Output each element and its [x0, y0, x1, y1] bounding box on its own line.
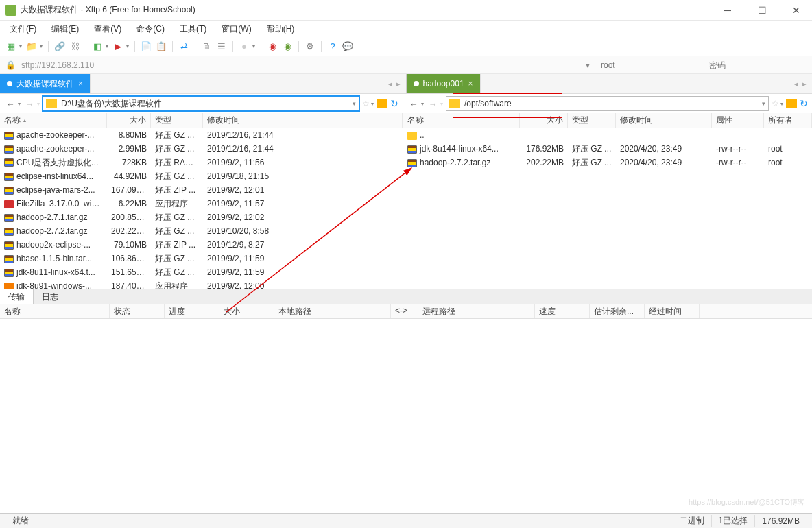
file-row[interactable]: hadoop-2.7.1.tar.gz 200.85MB 好压 GZ ... 2… — [0, 211, 403, 224]
file-row[interactable]: jdk-8u11-linux-x64.t... 151.65MB 好压 GZ .… — [0, 265, 403, 279]
unlink-icon[interactable]: ⛓ — [69, 41, 80, 52]
col-type[interactable]: 类型 — [568, 113, 616, 128]
address-dropdown-icon[interactable]: ▾ — [586, 60, 590, 70]
path-dropdown-icon[interactable]: ▾ — [762, 100, 765, 107]
refresh-icon[interactable]: ↻ — [390, 98, 398, 109]
tab-log[interactable]: 日志 — [34, 289, 67, 304]
col-name[interactable]: 名称 — [403, 113, 520, 128]
col-mtime[interactable]: 修改时间 — [616, 113, 712, 128]
app-icon — [5, 5, 16, 16]
tab-remote[interactable]: hadoop001 × — [407, 74, 481, 93]
transfer-col[interactable]: 估计剩余... — [590, 304, 645, 318]
file-row[interactable]: eclipse-java-mars-2... 167.09MB 好压 ZIP .… — [0, 183, 403, 197]
tab-close-icon[interactable]: × — [78, 79, 83, 88]
file-icon — [4, 255, 14, 263]
help-icon[interactable]: ? — [327, 41, 338, 52]
col-size[interactable]: 大小 — [520, 113, 568, 128]
file-icon — [4, 200, 14, 208]
file-row[interactable]: apache-zookeeper-... 8.80MB 好压 GZ ... 20… — [0, 128, 403, 142]
file-icon — [407, 145, 417, 154]
minimize-button[interactable]: ─ — [717, 5, 738, 16]
close-button[interactable]: ✕ — [786, 5, 807, 16]
col-attrs[interactable]: 属性 — [712, 113, 764, 128]
properties-icon[interactable]: ☰ — [216, 41, 227, 52]
menu-item[interactable]: 窗口(W) — [215, 22, 258, 36]
maximize-button[interactable]: ☐ — [752, 5, 772, 16]
tab-next-icon[interactable]: ▸ — [396, 80, 401, 88]
window-title: 大数据课程软件 - Xftp 6 (Free for Home/School) — [21, 4, 717, 16]
file-row[interactable]: FileZilla_3.17.0.0_win... 6.22MB 应用程序 20… — [0, 197, 403, 211]
bookmark-folder-icon[interactable] — [786, 99, 797, 108]
transfer-icon[interactable]: ⇄ — [178, 41, 189, 52]
file-row[interactable]: hadoop-2.7.2.tar.gz 202.22MB 好压 GZ ... 2… — [0, 224, 403, 238]
transfer-col[interactable]: 远程路径 — [418, 304, 535, 318]
updir-row[interactable]: .. — [403, 128, 812, 142]
transfer-col[interactable]: 进度 — [165, 304, 219, 318]
path-input-box[interactable]: D:\U盘备份\大数据课程软件 ▾ — [43, 96, 359, 111]
forward-button[interactable]: → — [23, 99, 36, 109]
tab-local[interactable]: 大数据课程软件 × — [0, 74, 91, 93]
path-input[interactable]: /opt/software — [464, 99, 762, 108]
col-size[interactable]: 大小 — [107, 113, 151, 128]
back-button[interactable]: ← — [407, 99, 420, 109]
transfer-col[interactable]: 本地路径 — [274, 304, 391, 318]
link-icon[interactable]: 🔗 — [54, 41, 65, 52]
red-dot-icon[interactable]: ◉ — [267, 41, 278, 52]
file-row[interactable]: hadoop2x-eclipse-... 79.10MB 好压 ZIP ... … — [0, 238, 403, 252]
menu-item[interactable]: 命令(C) — [130, 22, 171, 36]
menu-item[interactable]: 查看(V) — [87, 22, 128, 36]
file-row[interactable]: eclipse-inst-linux64... 44.92MB 好压 GZ ..… — [0, 169, 403, 183]
stop-icon[interactable]: ● — [239, 41, 250, 52]
bookmark-star-icon[interactable]: ☆ — [772, 99, 779, 108]
transfer-col[interactable]: 经过时间 — [645, 304, 700, 318]
file-row[interactable]: apache-zookeeper-... 2.99MB 好压 GZ ... 20… — [0, 142, 403, 156]
refresh-icon[interactable]: ↻ — [800, 98, 808, 109]
tab-next-icon[interactable]: ▸ — [802, 80, 807, 88]
menu-item[interactable]: 工具(T) — [173, 22, 213, 36]
bookmark-folder-icon[interactable] — [377, 99, 387, 108]
play-icon[interactable]: ▶ — [112, 41, 123, 52]
tab-close-icon[interactable]: × — [468, 79, 473, 88]
file-row[interactable]: CPU是否支持虚拟化... 728KB 好压 RAR ... 2019/9/2,… — [0, 156, 403, 169]
file-icon — [407, 159, 417, 167]
path-input-box[interactable]: /opt/software ▾ — [446, 96, 769, 111]
path-input[interactable]: D:\U盘备份\大数据课程软件 — [61, 98, 353, 110]
status-size: 176.92MB — [755, 516, 807, 526]
new-session-icon[interactable]: ▦ — [5, 41, 16, 52]
back-button[interactable]: ← — [4, 99, 16, 109]
col-name[interactable]: 名称▴ — [0, 113, 107, 128]
status-ready: 就绪 — [5, 515, 36, 527]
transfer-col[interactable]: 大小 — [219, 304, 274, 318]
paste-icon[interactable]: 📋 — [156, 41, 167, 52]
sidebar-toggle-icon[interactable]: ◧ — [92, 41, 103, 52]
copy-icon[interactable]: 📄 — [141, 41, 152, 52]
preview-icon[interactable]: 🗎 — [201, 41, 212, 52]
file-row[interactable]: hadoop-2.7.2.tar.gz 202.22MB 好压 GZ ... 2… — [403, 156, 812, 169]
folder-add-icon[interactable]: 📁 — [26, 41, 37, 52]
user-field[interactable] — [595, 59, 698, 71]
file-row[interactable]: jdk-8u144-linux-x64... 176.92MB 好压 GZ ..… — [403, 142, 812, 156]
col-mtime[interactable]: 修改时间 — [203, 113, 403, 128]
gear-icon[interactable]: ⚙ — [304, 41, 315, 52]
menu-item[interactable]: 帮助(H) — [260, 22, 302, 36]
menu-item[interactable]: 编辑(E) — [45, 22, 86, 36]
file-row[interactable]: jdk-8u91-windows-... 187.40MB 应用程序 2019/… — [0, 279, 403, 289]
chat-icon[interactable]: 💬 — [342, 41, 353, 52]
green-check-icon[interactable]: ◉ — [282, 41, 293, 52]
transfer-col[interactable]: 速度 — [535, 304, 590, 318]
tab-prev-icon[interactable]: ◂ — [388, 80, 392, 88]
transfer-col[interactable]: <-> — [391, 304, 418, 318]
tab-prev-icon[interactable]: ◂ — [794, 80, 798, 88]
menu-item[interactable]: 文件(F) — [3, 22, 43, 36]
path-dropdown-icon[interactable]: ▾ — [353, 100, 356, 107]
file-row[interactable]: hbase-1.1.5-bin.tar... 106.86MB 好压 GZ ..… — [0, 252, 403, 265]
tab-transfer[interactable]: 传输 — [0, 289, 34, 304]
transfer-col[interactable]: 名称 — [0, 304, 110, 318]
password-field[interactable] — [704, 59, 807, 71]
forward-button[interactable]: → — [427, 99, 439, 109]
address-url[interactable]: sftp://192.168.2.110 — [21, 60, 580, 70]
transfer-col[interactable]: 状态 — [110, 304, 165, 318]
col-type[interactable]: 类型 — [151, 113, 203, 128]
col-owner[interactable]: 所有者 — [764, 113, 812, 128]
bookmark-star-icon[interactable]: ☆ — [362, 99, 370, 108]
